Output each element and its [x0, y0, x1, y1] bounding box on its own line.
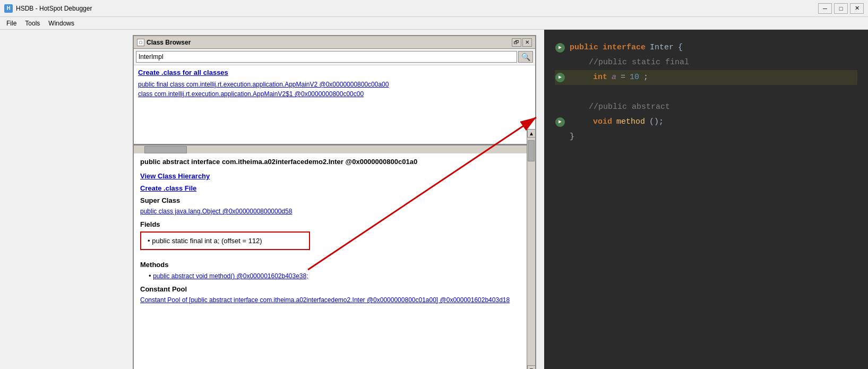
- run-arrow-1: ▶: [555, 43, 565, 53]
- code-line-2: //public static final: [555, 55, 857, 70]
- title-bar: H HSDB - HotSpot Debugger ─ □ ✕: [0, 0, 868, 17]
- class-entry-0[interactable]: public final class com.intellij.rt.execu…: [138, 81, 525, 88]
- spaces-3: [570, 71, 589, 84]
- search-input[interactable]: [136, 51, 517, 63]
- fields-box: • public static final int a; (offset = 1…: [140, 231, 310, 250]
- kw-interface-1: interface: [603, 41, 646, 54]
- create-class-all-link[interactable]: Create .class for all classes: [138, 68, 525, 76]
- code-line-4: [555, 85, 857, 100]
- class-header: public abstract interface com.itheima.a0…: [140, 158, 522, 166]
- kw-int-3: int: [593, 71, 607, 84]
- menu-bar: File Tools Windows: [0, 17, 868, 30]
- class-browser-close-btn[interactable]: ✕: [522, 38, 532, 47]
- methods-label: Methods: [140, 261, 522, 269]
- fields-label: Fields: [140, 220, 522, 228]
- method-parens: ();: [649, 116, 664, 128]
- app-icon: H: [4, 4, 13, 13]
- code-area: ▶ public interface Inter { //public stat…: [555, 40, 857, 144]
- view-hierarchy-link[interactable]: View Class Hierarchy: [140, 172, 522, 180]
- class-list-panel: Create .class for all classes public fin…: [134, 65, 535, 145]
- class-name-inter: Inter: [650, 41, 674, 54]
- equals-sign: =: [621, 71, 625, 84]
- minimize-button[interactable]: ─: [818, 3, 832, 14]
- close-button[interactable]: ✕: [850, 3, 864, 14]
- left-panel: □ Class Browser 🗗 ✕ 🔍 Create .class for …: [0, 30, 544, 369]
- kw-void-6: void: [593, 116, 612, 128]
- main-content: □ Class Browser 🗗 ✕ 🔍 Create .class for …: [0, 30, 868, 369]
- scroll-up-btn[interactable]: ▲: [527, 129, 536, 138]
- class-browser-title: Class Browser: [147, 39, 191, 46]
- code-line-5: //public abstract: [555, 100, 857, 115]
- h-scroll-thumb[interactable]: [144, 146, 187, 153]
- menu-file[interactable]: File: [2, 19, 21, 28]
- class-browser-restore-btn[interactable]: 🗗: [512, 38, 521, 47]
- class-browser-titlebar: □ Class Browser 🗗 ✕: [134, 36, 535, 49]
- code-editor-panel: ▶ public interface Inter { //public stat…: [544, 30, 868, 369]
- run-arrow-3: ▶: [555, 73, 565, 82]
- scroll-track: [527, 138, 535, 365]
- class-detail-panel: public abstract interface com.itheima.a0…: [134, 153, 535, 369]
- search-button[interactable]: 🔍: [518, 51, 533, 63]
- constant-pool-link[interactable]: Constant Pool of [public abstract interf…: [140, 296, 522, 304]
- menu-tools[interactable]: Tools: [21, 19, 44, 28]
- comment-1: //public static final: [570, 56, 689, 69]
- scroll-down-btn[interactable]: ▼: [527, 365, 536, 369]
- method-link[interactable]: public abstract void method() @0x0000016…: [153, 272, 308, 280]
- app-title: HSDB - HotSpot Debugger: [16, 5, 92, 12]
- run-arrow-6: ▶: [555, 117, 565, 127]
- class-browser-window: □ Class Browser 🗗 ✕ 🔍 Create .class for …: [133, 35, 536, 369]
- kw-public-1: public: [570, 41, 598, 54]
- title-bar-left: H HSDB - HotSpot Debugger: [4, 4, 92, 13]
- super-class-link[interactable]: public class java.lang.Object @0x0000000…: [140, 208, 522, 215]
- title-bar-buttons[interactable]: ─ □ ✕: [818, 3, 864, 14]
- gutter-icon-1: ▶: [555, 42, 565, 53]
- maximize-button[interactable]: □: [834, 3, 848, 14]
- super-class-label: Super Class: [140, 196, 522, 204]
- class-browser-icon: □: [137, 39, 144, 46]
- methods-section: • public abstract void method() @0x00000…: [140, 272, 522, 280]
- create-class-file-link[interactable]: Create .class File: [140, 184, 522, 192]
- menu-windows[interactable]: Windows: [44, 19, 79, 28]
- method-name-method: method: [616, 116, 645, 128]
- constant-pool-label: Constant Pool: [140, 285, 522, 293]
- brace-open-1: {: [678, 41, 683, 54]
- vertical-scrollbar[interactable]: ▲ ▼: [527, 129, 535, 369]
- code-line-1: ▶ public interface Inter {: [555, 40, 857, 55]
- gutter-icon-3: ▶: [555, 72, 565, 83]
- gutter-icon-6: ▶: [555, 117, 565, 127]
- scroll-thumb[interactable]: [528, 140, 535, 161]
- fields-content: • public static final int a; (offset = 1…: [148, 237, 303, 245]
- class-browser-title-left: □ Class Browser: [137, 39, 191, 46]
- horizontal-scrollbar[interactable]: [134, 145, 535, 153]
- semicolon-1: ;: [643, 71, 648, 84]
- code-line-7: }: [555, 130, 857, 144]
- class-browser-buttons[interactable]: 🗗 ✕: [512, 38, 532, 47]
- var-a: a: [612, 71, 616, 84]
- comment-2: //public abstract: [570, 101, 670, 114]
- code-line-3: ▶ int a = 10 ;: [555, 70, 857, 85]
- number-10: 10: [630, 71, 639, 84]
- brace-close-1: }: [570, 131, 574, 143]
- class-entry-1[interactable]: class com.intellij.rt.execution.applicat…: [138, 90, 525, 98]
- spaces-6: [570, 116, 589, 128]
- search-bar: 🔍: [134, 49, 535, 65]
- code-line-6: ▶ void method ();: [555, 115, 857, 130]
